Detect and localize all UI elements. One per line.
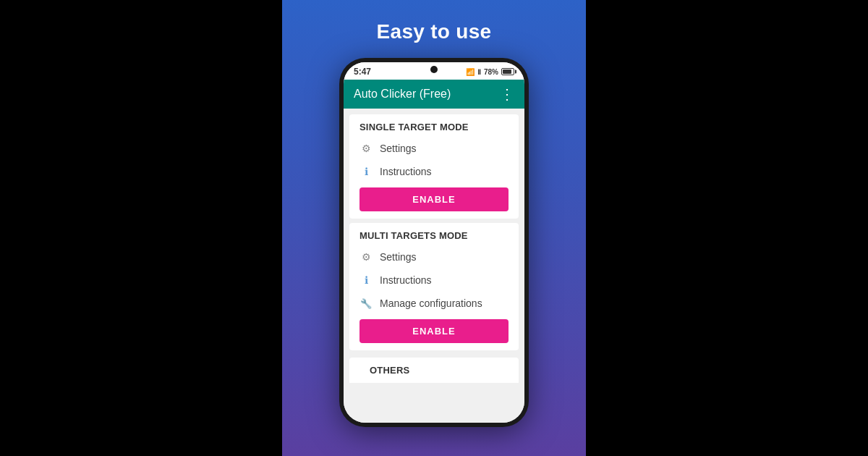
single-instructions-item[interactable]: ℹ Instructions	[349, 160, 519, 183]
status-bar: 5:47 📶 Ⅱ 78%	[344, 62, 524, 80]
content-area: SINGLE TARGET MODE ⚙ Settings ℹ Instruct…	[344, 109, 524, 423]
single-target-title: SINGLE TARGET MODE	[349, 122, 519, 137]
app-bar: Auto Clicker (Free) ⋮	[344, 80, 524, 109]
single-settings-label: Settings	[380, 143, 417, 154]
wrench-icon: 🔧	[359, 297, 373, 310]
right-black-panel	[586, 0, 868, 456]
wifi-icon: 📶	[466, 68, 475, 76]
others-section: OTHERS	[349, 358, 519, 383]
info-icon: ℹ	[359, 165, 373, 178]
single-enable-button[interactable]: ENABLE	[359, 187, 509, 211]
settings-icon: ⚙	[359, 142, 373, 155]
multi-instructions-item[interactable]: ℹ Instructions	[349, 269, 519, 292]
manage-configs-label: Manage configurations	[380, 297, 482, 309]
multi-info-icon: ℹ	[359, 274, 373, 287]
camera-dot	[430, 66, 438, 73]
battery-text: 78%	[484, 68, 498, 76]
manage-configs-item[interactable]: 🔧 Manage configurations	[349, 292, 519, 315]
status-time: 5:47	[354, 67, 371, 77]
multi-settings-icon: ⚙	[359, 250, 373, 263]
overflow-menu-button[interactable]: ⋮	[500, 87, 514, 101]
single-instructions-label: Instructions	[380, 166, 432, 177]
battery-icon	[501, 68, 514, 75]
single-target-card: SINGLE TARGET MODE ⚙ Settings ℹ Instruct…	[349, 114, 519, 219]
left-black-panel	[0, 0, 282, 456]
phone-screen: 5:47 📶 Ⅱ 78% Auto Clicker (Free) ⋮	[344, 62, 524, 423]
others-title: OTHERS	[359, 365, 509, 380]
multi-target-card: MULTI TARGETS MODE ⚙ Settings ℹ Instruct…	[349, 223, 519, 350]
multi-enable-button[interactable]: ENABLE	[359, 319, 509, 343]
multi-instructions-label: Instructions	[380, 274, 432, 286]
status-right: 📶 Ⅱ 78%	[466, 68, 514, 76]
page-title: Easy to use	[377, 20, 492, 43]
multi-settings-label: Settings	[380, 251, 417, 263]
single-settings-item[interactable]: ⚙ Settings	[349, 137, 519, 160]
multi-settings-item[interactable]: ⚙ Settings	[349, 245, 519, 269]
phone-mockup: 5:47 📶 Ⅱ 78% Auto Clicker (Free) ⋮	[339, 58, 529, 427]
app-bar-title: Auto Clicker (Free)	[354, 88, 451, 101]
multi-target-title: MULTI TARGETS MODE	[349, 230, 519, 245]
center-panel: Easy to use 5:47 📶 Ⅱ 78% Auto Clicker (F…	[282, 0, 586, 456]
signal-icon: Ⅱ	[477, 68, 481, 76]
